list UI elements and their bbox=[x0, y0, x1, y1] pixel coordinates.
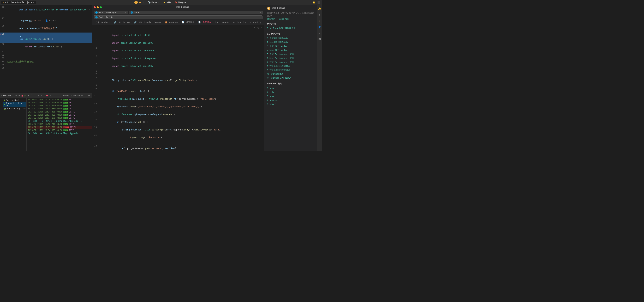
tree-item-runfrontapplication[interactable]: 🍃 RunFrontApplication bbox=[3, 107, 26, 110]
log-entry-4: 2025-02-21T09:10:14.403+08:00 INFO 28771 bbox=[26, 110, 92, 113]
more-icon[interactable]: ⋮ bbox=[52, 94, 56, 97]
log-entry-5: 2025-02-21T09:10:17.023+08:00 INFO 28771 bbox=[26, 113, 92, 116]
co-label: Co bbox=[88, 95, 90, 97]
win-close-btn[interactable] bbox=[94, 6, 96, 8]
console-item-1[interactable]: 2.info bbox=[267, 90, 314, 94]
code-line-86: 86 bbox=[0, 67, 92, 70]
log-entry-10: 2025-02-21T09:20:34.093+08:00 INFO 28771 bbox=[26, 129, 92, 132]
request-btn[interactable]: 📡 Request bbox=[147, 1, 160, 4]
snippets-title: 代码片段 bbox=[267, 22, 314, 25]
http-line-15: 15 String newToken = JSON.parseObject(rf… bbox=[92, 126, 264, 134]
maximize-icon[interactable]: ⬛ bbox=[317, 1, 321, 4]
code-edit-icon[interactable]: ✎ bbox=[254, 26, 256, 29]
spring-icon: 🍃 bbox=[3, 99, 5, 101]
step-into-icon[interactable]: ↓ bbox=[34, 94, 36, 97]
tab-post-script[interactable]: 📄 后置脚本 bbox=[196, 20, 212, 25]
ui-snippet-4[interactable]: 5.设置 Environment 变量 bbox=[267, 52, 314, 56]
tab-config[interactable]: ⚙ Config bbox=[248, 20, 262, 25]
step-badge: 1 bbox=[134, 1, 138, 4]
console-item-4[interactable]: 5.error bbox=[267, 102, 314, 106]
console-item-2[interactable]: 3.warn bbox=[267, 94, 314, 98]
cookies-icon: 🍪 bbox=[165, 21, 167, 24]
code-line-85: 85 bbox=[0, 63, 92, 67]
url-path-value: /article/list bbox=[98, 16, 114, 18]
log-entry-success1: SA [INFO] -->: 账号 1 登录成功 (loginType=lo..… bbox=[26, 120, 92, 123]
services-content: ▾ 🍃 Spring Boot RunApplication :8... 🍃 R… bbox=[0, 98, 92, 151]
http-line-2: 2 import com.alibaba.fastjson.JSON bbox=[92, 39, 264, 47]
close-tab-btn[interactable]: × bbox=[33, 1, 34, 3]
refresh-icon[interactable]: ↻ bbox=[15, 94, 17, 97]
doc-link[interactable]: 教程文档 bbox=[267, 18, 275, 20]
ui-snippet-5[interactable]: 6.移除 Environment 变量 bbox=[267, 56, 314, 60]
play-icon[interactable]: ▶ bbox=[24, 94, 26, 97]
console-item-0[interactable]: 1.print bbox=[267, 86, 314, 90]
http-line-13: 13 HttpResponse myResponse = myRequest.e… bbox=[92, 110, 264, 118]
sidebar-warning-icon[interactable]: ⚠ bbox=[317, 18, 322, 23]
ui-snippet-2[interactable]: 3.设置 API header bbox=[267, 44, 314, 48]
local-select-value: local bbox=[134, 11, 140, 14]
url-encoded-icon: 🔗 bbox=[134, 21, 137, 24]
ui-snippet-0[interactable]: 1.设置项目级别头参数 bbox=[267, 36, 314, 40]
run-to-cursor-icon[interactable]: → bbox=[40, 94, 42, 97]
sidebar-person-icon[interactable]: 👤 bbox=[317, 25, 322, 29]
http-line-16: 16 .").getString("tokenValue") bbox=[92, 134, 264, 141]
local-select[interactable]: 🌐 local ▾ bbox=[129, 11, 262, 14]
sidebar-notifications-icon[interactable]: 🔔 bbox=[317, 6, 322, 11]
code-copy-icon[interactable]: ⎘ bbox=[257, 26, 260, 29]
navigate-btn[interactable]: 🔖 Navigate bbox=[174, 1, 188, 4]
env-select-value: website-manager bbox=[98, 11, 117, 14]
ui-snippet-8[interactable]: 9.获取当前选中的环境名 bbox=[267, 68, 314, 72]
http-line-9: 9 bbox=[92, 84, 264, 87]
right-panel: 2 项目全局参数 后置脚本是用 Groovy 编写的，它会在响应完成之后运行 教… bbox=[264, 5, 317, 151]
tab-pre-script[interactable]: 📄 前置脚本 bbox=[180, 20, 196, 25]
pause-icon[interactable]: ⏸ bbox=[27, 94, 30, 97]
scroll-indicator bbox=[6, 71, 62, 71]
services-title: Services bbox=[1, 95, 11, 97]
ui-snippet-7[interactable]: 8.获取当前选中的项目名 bbox=[267, 64, 314, 68]
http-line-14: 14 if (myResponse.isOk()) { bbox=[92, 118, 264, 126]
url-path-input[interactable]: 🌐 /article/list bbox=[94, 15, 262, 19]
env-select[interactable]: 🌐 website-manager ▾ bbox=[94, 11, 128, 14]
snippet-item-0[interactable]: 1.从 Json 响应中获取某个值 bbox=[267, 26, 314, 30]
step-over-icon[interactable]: ⤵ bbox=[31, 94, 33, 97]
ui-snippet-3[interactable]: 4.移除 API header bbox=[267, 48, 314, 52]
rerun-icon[interactable]: ↺ bbox=[18, 94, 20, 97]
tab-url-params[interactable]: 🔗 URL Params bbox=[112, 20, 132, 25]
http-line-18: 18 rfr.projectHeader.put("satoken", newT… bbox=[92, 145, 264, 151]
http-tabs: { } Headers 🔗 URL Params 🔗 URL-Encoded P… bbox=[92, 20, 264, 25]
tree-item-runapplication[interactable]: RunApplication :8... bbox=[3, 102, 26, 107]
tab-cookies[interactable]: 🍪 Cookies bbox=[163, 20, 180, 25]
code-line-83: 83 bbox=[0, 57, 92, 60]
sidebar-image-icon[interactable]: 🖼 bbox=[317, 37, 322, 42]
notifications-icon[interactable]: 🔔 bbox=[312, 1, 316, 4]
sidebar-settings-icon[interactable]: m bbox=[317, 12, 322, 17]
step-out-icon[interactable]: ↑ bbox=[37, 94, 40, 97]
code-menu-icon[interactable]: ≡ bbox=[260, 26, 263, 29]
ui-snippet-6[interactable]: 7.获取 Environment 变量 bbox=[267, 60, 314, 64]
tree-runapplication-label: RunApplication :8... bbox=[6, 102, 25, 107]
win-maximize-btn[interactable] bbox=[100, 6, 102, 8]
code-line-78: 78 eration(summary="查询所有文章") bbox=[0, 24, 92, 32]
ui-snippet-1[interactable]: 2.移除项目级别头参数 bbox=[267, 40, 314, 44]
record-icon[interactable]: ⏺ bbox=[46, 94, 49, 97]
demo-link[interactable]: Demo 项目 ↗ bbox=[279, 18, 292, 20]
right-panel-header: 2 项目全局参数 bbox=[267, 7, 314, 10]
tab-function[interactable]: ⚙ Function bbox=[232, 20, 248, 25]
ui-snippet-10[interactable]: 11.获取当前 API 模块名 bbox=[267, 76, 314, 80]
tab-environments[interactable]: Environments bbox=[213, 20, 231, 25]
console-item-3[interactable]: 4.success bbox=[267, 98, 314, 102]
sidebar-share-icon[interactable]: ↗ bbox=[317, 31, 322, 36]
tab-headers[interactable]: { } Headers bbox=[94, 20, 112, 25]
tree-item-springboot[interactable]: ▾ 🍃 Spring Boot bbox=[1, 99, 26, 102]
more-btn[interactable]: ⋮ bbox=[142, 1, 146, 4]
ui-snippet-9[interactable]: 10.获取当前域名 bbox=[267, 72, 314, 76]
tree-springboot-label: Spring Boot bbox=[6, 99, 19, 101]
url-icon: 🌐 bbox=[95, 16, 98, 18]
edit-icon[interactable]: ✎ bbox=[50, 94, 52, 97]
file-tab[interactable]: ☕ ArticleController.java × bbox=[1, 1, 36, 4]
apis-btn[interactable]: ⚡ APIs bbox=[162, 1, 172, 4]
win-minimize-btn[interactable] bbox=[97, 6, 99, 8]
stop-icon[interactable]: ■ bbox=[21, 94, 24, 97]
log-entry-1: 2025-02-21T09:10:14.331+08:00 INFO 28771 bbox=[26, 101, 92, 104]
tab-url-encoded[interactable]: 🔗 URL-Encoded Params bbox=[132, 20, 162, 25]
